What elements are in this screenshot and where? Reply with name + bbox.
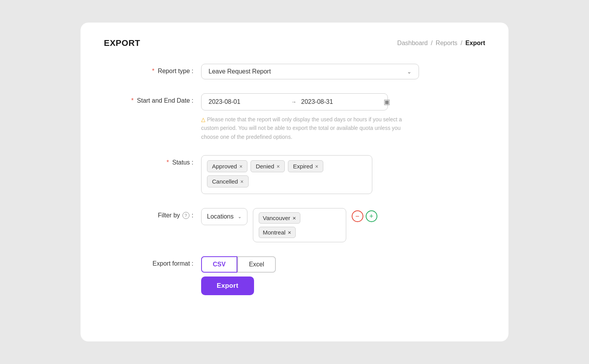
tag-approved: Approved × [207, 160, 247, 172]
remove-filter-button[interactable]: − [352, 210, 363, 222]
page-title: EXPORT [104, 38, 140, 48]
export-card: EXPORT Dashboard / Reports / Export * Re… [81, 23, 508, 341]
export-format-buttons: CSV Excel [201, 256, 435, 273]
end-date-input[interactable] [301, 98, 379, 105]
breadcrumb-current: Export [465, 40, 485, 47]
format-excel-button[interactable]: Excel [237, 256, 276, 273]
tag-denied-remove[interactable]: × [277, 164, 280, 169]
date-range-wrapper: → ▣ △ Please note that the report will o… [201, 93, 435, 141]
tag-expired: Expired × [288, 160, 323, 172]
tag-cancelled-remove[interactable]: × [240, 179, 244, 184]
calendar-icon[interactable]: ▣ [384, 98, 390, 106]
add-filter-button[interactable]: + [366, 210, 377, 222]
filter-dropdown-value: Locations [207, 213, 234, 220]
export-format-row: Export format : CSV Excel [104, 256, 485, 273]
date-warning-text: △ Please note that the report will only … [201, 115, 419, 141]
filter-by-label: Filter by ? : [104, 208, 193, 219]
tag-montreal-remove[interactable]: × [288, 229, 291, 236]
filter-controls: Locations ⌄ Vancouver × Montreal × − + [201, 208, 377, 242]
export-button[interactable]: Export [201, 276, 254, 295]
page-header: EXPORT Dashboard / Reports / Export [104, 38, 485, 48]
status-tags-container: Approved × Denied × Expired × Cancelled … [201, 155, 372, 194]
report-type-dropdown[interactable]: Leave Request Report ⌄ [201, 64, 419, 79]
export-format-wrapper: CSV Excel [201, 256, 435, 273]
breadcrumb-separator-2: / [461, 40, 462, 47]
status-row: * Status : Approved × Denied × Expired × [104, 155, 485, 194]
warning-icon: △ [201, 116, 205, 122]
breadcrumb-separator-1: / [431, 40, 432, 47]
tag-cancelled-label: Cancelled [212, 178, 238, 185]
tag-vancouver: Vancouver × [259, 212, 300, 224]
required-asterisk: * [131, 97, 133, 104]
required-asterisk: * [167, 159, 169, 166]
breadcrumb-dashboard[interactable]: Dashboard [397, 40, 428, 47]
tag-cancelled: Cancelled × [207, 175, 249, 187]
report-type-wrapper: Leave Request Report ⌄ [201, 64, 435, 79]
status-wrapper: Approved × Denied × Expired × Cancelled … [201, 155, 435, 194]
help-icon[interactable]: ? [182, 212, 189, 219]
export-form: * Report type : Leave Request Report ⌄ *… [104, 64, 485, 273]
form-actions: Export [201, 276, 485, 295]
report-type-value: Leave Request Report [209, 68, 271, 75]
export-format-label: Export format : [104, 256, 193, 267]
tag-vancouver-remove[interactable]: × [293, 215, 296, 221]
breadcrumb-reports[interactable]: Reports [436, 40, 458, 47]
tag-expired-remove[interactable]: × [315, 164, 318, 169]
status-label: * Status : [104, 155, 193, 166]
tag-approved-label: Approved [212, 163, 237, 170]
breadcrumb: Dashboard / Reports / Export [397, 40, 485, 47]
tag-montreal: Montreal × [259, 227, 296, 238]
tag-approved-remove[interactable]: × [239, 164, 242, 169]
format-csv-button[interactable]: CSV [201, 256, 237, 273]
tag-vancouver-label: Vancouver [263, 215, 291, 221]
date-range-label: * Start and End Date : [104, 93, 193, 104]
filter-by-row: Filter by ? : Locations ⌄ Vancouver × Mo… [104, 208, 485, 242]
date-range-input[interactable]: → ▣ [201, 93, 388, 110]
tag-montreal-label: Montreal [263, 229, 286, 236]
start-date-input[interactable] [209, 98, 286, 105]
chevron-down-icon: ⌄ [407, 68, 412, 75]
tag-denied-label: Denied [256, 163, 274, 170]
report-type-row: * Report type : Leave Request Report ⌄ [104, 64, 485, 79]
location-tags-container: Vancouver × Montreal × [253, 208, 346, 242]
tag-denied: Denied × [251, 160, 285, 172]
required-asterisk: * [152, 68, 154, 74]
filter-type-dropdown[interactable]: Locations ⌄ [201, 208, 247, 225]
date-range-row: * Start and End Date : → ▣ △ Please note… [104, 93, 485, 141]
chevron-down-icon: ⌄ [238, 214, 242, 219]
date-range-arrow: → [291, 99, 296, 105]
report-type-label: * Report type : [104, 64, 193, 75]
filter-action-buttons: − + [352, 208, 377, 222]
tag-expired-label: Expired [293, 163, 313, 170]
